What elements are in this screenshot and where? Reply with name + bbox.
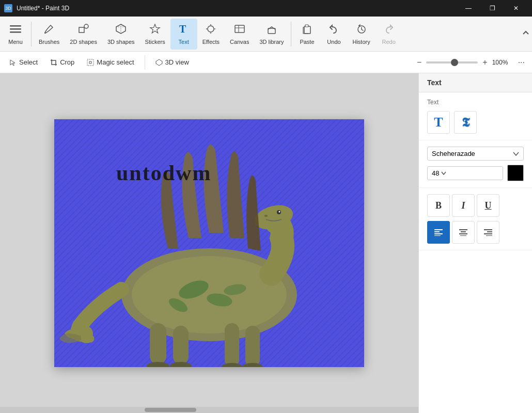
bold-button[interactable]: B [427,194,450,217]
canvas-image[interactable]: untodwm [54,119,364,367]
undo-label: Undo [327,39,340,45]
font-name-select[interactable]: Scheherazade [427,147,524,161]
titlebar-left: 3D Untitled* - Paint 3D [4,4,69,12]
canvas-label: Canvas [230,39,249,45]
svg-rect-27 [225,323,239,367]
select-label: Select [19,58,38,66]
toolbar-menu[interactable]: Menu [2,19,29,50]
zoom-value: 100% [492,59,512,66]
align-right-icon [483,229,493,236]
font-size-value: 48 [432,169,439,177]
zoom-area: − + 100% ··· [415,58,528,67]
svg-rect-7 [235,25,244,33]
magic-select-button[interactable]: Magic select [82,56,139,68]
select-icon [9,59,17,66]
font-select-row: Scheherazade [427,147,524,161]
canvas-text[interactable]: untodwm [116,161,211,185]
toolbar-redo[interactable]: Redo [375,19,402,50]
color-swatch[interactable] [507,165,524,181]
close-button[interactable]: ✕ [504,0,528,17]
align-left-icon [434,229,443,236]
history-icon [356,23,367,38]
plain-text-button[interactable]: T [427,111,450,134]
svg-rect-12 [305,25,308,27]
2dshapes-label: 2D shapes [70,39,97,45]
svg-rect-10 [268,28,275,34]
sidebar-title: Text [427,78,442,87]
toolbar-collapse[interactable] [522,29,530,39]
svg-rect-0 [10,25,21,27]
fancy-text-button[interactable]: 𝕿 [454,111,477,134]
align-center-button[interactable] [452,221,475,244]
toolbar-history[interactable]: History [347,19,375,50]
text-section-label: Text [427,99,524,106]
3dlibrary-icon [266,23,277,38]
toolbar-3dlibrary[interactable]: 3D library [254,19,289,50]
zoom-thumb [451,59,458,66]
horizontal-scrollbar[interactable] [0,407,418,413]
text-type-section: Text T 𝕿 [419,92,532,140]
svg-rect-3 [79,27,84,33]
sidebar-header: Text [419,73,532,92]
svg-rect-29 [173,326,189,364]
app-icon: 3D [4,4,12,12]
svg-marker-15 [156,59,162,66]
crop-label: Crop [60,58,74,66]
svg-rect-11 [304,26,310,34]
redo-icon [383,23,395,38]
magic-select-label: Magic select [97,58,134,66]
toolbar-stickers[interactable]: Stickers [140,19,170,50]
3d-view-button[interactable]: 3D view [150,56,194,68]
subtoolbar: Select Crop Magic select 3D view − + 100… [0,52,532,73]
toolbar-text[interactable]: T Text [170,19,197,50]
crop-icon [50,59,57,66]
toolbar-brushes[interactable]: Brushes [34,19,65,50]
2dshapes-icon [78,23,89,38]
app-title: Untitled* - Paint 3D [17,5,69,12]
toolbar-divider-2 [291,22,291,46]
crop-button[interactable]: Crop [45,56,80,68]
toolbar-canvas[interactable]: Canvas [225,19,254,50]
align-right-button[interactable] [477,221,499,244]
underline-icon: U [485,200,492,211]
font-section: Scheherazade 48 [419,140,532,188]
more-options-button[interactable]: ··· [515,58,528,67]
3d-view-label: 3D view [165,58,189,66]
svg-point-4 [84,24,88,28]
3dshapes-icon [115,23,127,38]
italic-icon: I [461,200,465,211]
toolbar-2dshapes[interactable]: 2D shapes [65,19,102,50]
stickers-label: Stickers [145,39,165,45]
svg-point-32 [147,362,169,367]
3dlibrary-label: 3D library [259,39,284,45]
font-size-select[interactable]: 48 [427,166,503,180]
toolbar-3dshapes[interactable]: 3D shapes [102,19,140,50]
menu-label: Menu [8,39,23,45]
text-label: Text [179,39,189,45]
zoom-out-button[interactable]: − [415,58,423,67]
paste-label: Paste [300,39,314,45]
brushes-icon [43,23,55,38]
svg-rect-2 [10,31,21,33]
zoom-slider[interactable] [426,61,478,63]
align-center-icon [459,229,468,236]
main-area: untodwm [0,73,532,413]
toolbar-effects[interactable]: Effects [197,19,225,50]
align-left-button[interactable] [427,221,450,244]
size-chevron [441,171,446,175]
minimize-button[interactable]: — [457,0,480,17]
underline-button[interactable]: U [477,194,499,217]
maximize-button[interactable]: ❐ [480,0,504,17]
svg-point-6 [208,26,214,32]
svg-point-24 [279,211,280,213]
select-button[interactable]: Select [4,56,43,68]
italic-button[interactable]: I [452,194,475,217]
canvas-shadow: untodwm [54,119,364,367]
format-row: B I U [427,194,524,217]
svg-rect-26 [245,326,260,367]
toolbar-undo[interactable]: Undo [320,19,347,50]
bold-icon: B [435,200,442,211]
toolbar-paste[interactable]: Paste [293,19,320,50]
zoom-in-button[interactable]: + [481,58,489,67]
3dshapes-label: 3D shapes [107,39,135,45]
